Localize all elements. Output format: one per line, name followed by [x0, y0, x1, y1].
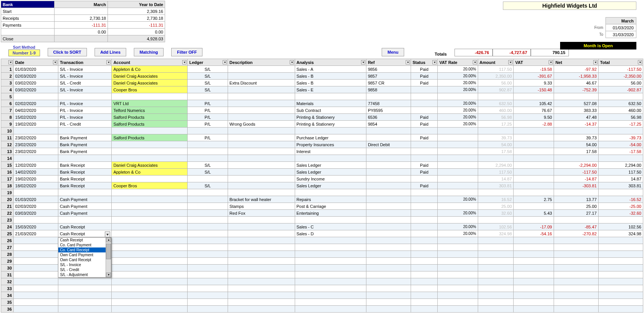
cell-total[interactable]: 56.00: [598, 80, 643, 86]
cell-description[interactable]: [228, 292, 295, 299]
cell-date[interactable]: [13, 189, 58, 196]
cell-ledger[interactable]: [188, 141, 228, 148]
cell-ref[interactable]: [366, 210, 411, 217]
cell-total[interactable]: -32.60: [598, 210, 643, 217]
cell-description[interactable]: [228, 230, 295, 237]
cell-vatrate[interactable]: 20.00%: [438, 66, 478, 73]
table-row[interactable]: 10: [1, 128, 643, 134]
cell-ledger[interactable]: [188, 265, 228, 271]
cell-net[interactable]: -117.50: [554, 169, 598, 176]
cell-amount[interactable]: 14.87: [478, 176, 514, 182]
filter-dropdown-icon[interactable]: [53, 60, 57, 64]
cell-total[interactable]: -17.25: [598, 121, 643, 128]
cell-analysis[interactable]: Printing & Stationery: [295, 114, 366, 121]
cell-total[interactable]: [598, 306, 643, 313]
cell-ledger[interactable]: [188, 203, 228, 210]
cell-vat[interactable]: -150.48: [514, 86, 554, 93]
cell-total[interactable]: -39.73: [598, 134, 643, 141]
cell-description[interactable]: [228, 66, 295, 73]
cell-description[interactable]: [228, 251, 295, 258]
cell-status[interactable]: [411, 278, 437, 285]
cell-vat[interactable]: -54.16: [514, 230, 554, 237]
cell-net[interactable]: 17.58: [554, 148, 598, 155]
cell-amount[interactable]: 117.50: [478, 169, 514, 176]
cell-vatrate[interactable]: [438, 244, 478, 251]
cell-description[interactable]: [228, 100, 295, 107]
cell-description[interactable]: [228, 182, 295, 189]
col-header-transaction[interactable]: Transaction: [58, 59, 112, 66]
cell-account[interactable]: [112, 285, 188, 292]
cell-net[interactable]: -2,294.00: [554, 162, 598, 169]
cell-analysis[interactable]: [295, 265, 366, 271]
cell-account[interactable]: [112, 299, 188, 306]
filter-dropdown-icon[interactable]: [406, 60, 410, 64]
cell-ref[interactable]: [366, 93, 411, 100]
table-row[interactable]: 12 23/02/2020 Bank Payment Property Insu…: [1, 141, 643, 148]
cell-net[interactable]: 25.00: [554, 203, 598, 210]
cell-total[interactable]: [598, 244, 643, 251]
cell-ledger[interactable]: [188, 148, 228, 155]
cell-transaction[interactable]: Cash Payment: [58, 196, 112, 203]
cell-ledger[interactable]: [188, 128, 228, 134]
cell-vatrate[interactable]: [438, 128, 478, 134]
cell-vat[interactable]: -19.58: [514, 66, 554, 73]
table-row[interactable]: 9 19/02/2020 P/L - Credit Salford Produc…: [1, 121, 643, 128]
cell-total[interactable]: -16.52: [598, 196, 643, 203]
cell-status[interactable]: [411, 244, 437, 251]
cell-vatrate[interactable]: [438, 141, 478, 148]
cell-account[interactable]: [112, 271, 188, 278]
cell-account[interactable]: Daniel Craig Associates: [112, 162, 188, 169]
cell-net[interactable]: [554, 265, 598, 271]
cell-ledger[interactable]: P/L: [188, 100, 228, 107]
cell-total[interactable]: -17.58: [598, 148, 643, 155]
cell-vatrate[interactable]: 20.00%: [438, 121, 478, 128]
table-row[interactable]: 15 12/02/2020 Bank Receipt Daniel Craig …: [1, 162, 643, 169]
cell-amount[interactable]: [478, 271, 514, 278]
cell-net[interactable]: 13.77: [554, 196, 598, 203]
cell-ledger[interactable]: [188, 93, 228, 100]
cell-ref[interactable]: [366, 223, 411, 230]
cell-description[interactable]: [228, 134, 295, 141]
cell-total[interactable]: [598, 237, 643, 244]
to-date[interactable]: 31/03/2020: [606, 31, 636, 38]
cell-amount[interactable]: 56.98: [478, 114, 514, 121]
cell-account[interactable]: [112, 203, 188, 210]
cell-date[interactable]: [13, 258, 58, 265]
cell-description[interactable]: Wrong Goods: [228, 121, 295, 128]
cell-status[interactable]: [411, 100, 437, 107]
cell-account[interactable]: [112, 155, 188, 162]
cell-vat[interactable]: 105.42: [514, 100, 554, 107]
cell-status[interactable]: Paid: [411, 121, 437, 128]
cell-ledger[interactable]: S/L: [188, 169, 228, 176]
cell-description[interactable]: Red Fox: [228, 210, 295, 217]
cell-transaction[interactable]: [58, 93, 112, 100]
cell-net[interactable]: 527.08: [554, 100, 598, 107]
cell-status[interactable]: Paid: [411, 162, 437, 169]
cell-net[interactable]: -1,958.33: [554, 73, 598, 80]
cell-vatrate[interactable]: [438, 271, 478, 278]
dropdown-item[interactable]: Co. Card Receipt: [58, 247, 106, 252]
cell-net[interactable]: [554, 278, 598, 285]
cell-account[interactable]: [112, 306, 188, 313]
cell-analysis[interactable]: Sales Ledger: [295, 162, 366, 169]
cell-amount[interactable]: 32.60: [478, 210, 514, 217]
cell-ref[interactable]: [366, 292, 411, 299]
cell-vat[interactable]: [514, 169, 554, 176]
cell-date[interactable]: [13, 128, 58, 134]
cell-description[interactable]: [228, 217, 295, 223]
sort-method-value[interactable]: Number 1-9: [8, 49, 40, 56]
cell-ref[interactable]: [366, 134, 411, 141]
cell-amount[interactable]: [478, 217, 514, 223]
cell-description[interactable]: [228, 93, 295, 100]
cell-amount[interactable]: 902.87: [478, 86, 514, 93]
cell-amount[interactable]: 17.25: [478, 121, 514, 128]
cell-account[interactable]: [112, 217, 188, 223]
cell-vat[interactable]: 9.50: [514, 114, 554, 121]
cell-account[interactable]: Daniel Craig Associates: [112, 80, 188, 86]
cell-ledger[interactable]: S/L: [188, 162, 228, 169]
cell-account[interactable]: Salford Products: [112, 134, 188, 141]
cell-status[interactable]: [411, 155, 437, 162]
cell-net[interactable]: [554, 237, 598, 244]
cell-description[interactable]: [228, 237, 295, 244]
table-row[interactable]: 6 02/02/2020 P/L - Invoice VRT Ltd P/L M…: [1, 100, 643, 107]
